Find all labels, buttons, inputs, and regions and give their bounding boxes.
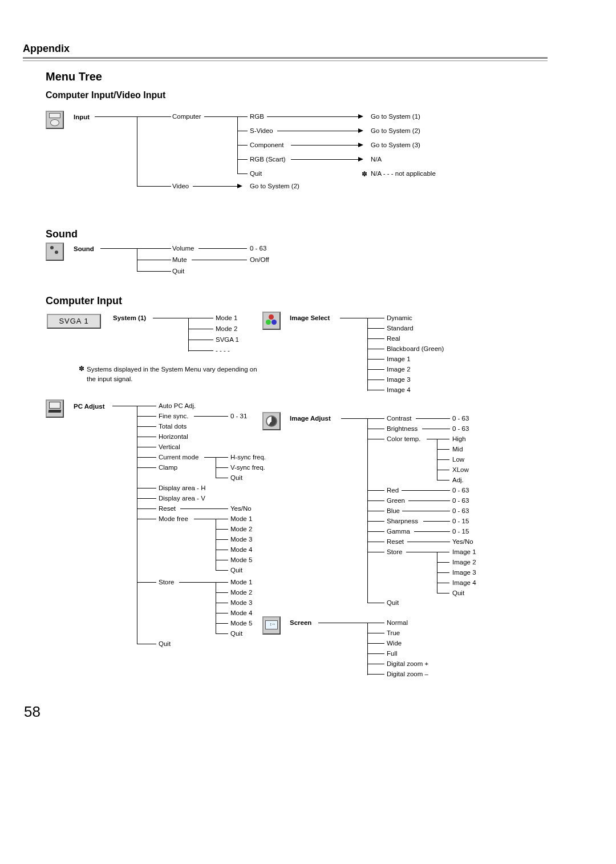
pcadj-item: Horizontal [159, 433, 188, 440]
modefree-sub: Mode 5 [230, 556, 252, 563]
system-dots: - - - - [216, 347, 230, 354]
na-note: N/A - - - not applicable [371, 170, 436, 177]
sound-mute-range: On/Off [250, 256, 269, 263]
modefree-sub: Mode 1 [230, 515, 252, 522]
pcadj-item: Display area - V [159, 495, 205, 502]
imgadj-item: Sharpness [387, 518, 418, 524]
imgsel-item: Standard [387, 325, 414, 332]
store-sub: Mode 3 [230, 599, 252, 606]
modefree-sub: Mode 3 [230, 536, 252, 543]
store-sub: Mode 2 [230, 589, 252, 596]
store-sub: Mode 4 [230, 609, 252, 616]
system-mode1: Mode 1 [216, 314, 237, 321]
section3-title: Computer Input [46, 295, 122, 307]
imgadj-item: Store [387, 548, 403, 555]
screen-item: Wide [387, 640, 402, 647]
modefree-sub: Quit [230, 567, 242, 574]
pcadj-item: Clamp [159, 464, 177, 471]
imgadj-item: Brightness [387, 425, 418, 432]
na: N/A [371, 156, 382, 163]
ct-item: Low [452, 456, 464, 463]
imgadj-item: Green [387, 497, 405, 504]
ct-item: Adj. [452, 477, 464, 483]
imgadj-range: 0 - 63 [452, 487, 469, 494]
imgadj-store-item: Image 2 [452, 559, 476, 566]
imgsel-item: Real [387, 335, 400, 342]
image-adjust-icon [262, 412, 281, 430]
pc-adjust-icon [46, 399, 64, 418]
imgsel-item: Blackboard (Green) [387, 345, 444, 352]
image-select-icon [262, 312, 281, 330]
imgadj-item: Blue [387, 507, 400, 514]
section-header: Appendix [23, 43, 70, 55]
modefree-sub: Mode 2 [230, 526, 252, 532]
imgsel-item: Image 3 [387, 376, 411, 383]
imgadj-range: 0 - 63 [452, 425, 469, 432]
pcadj-item: Auto PC Adj. [159, 402, 196, 409]
pcadj-item: Fine sync. [159, 413, 188, 419]
pcadj-item: Vertical [159, 443, 180, 450]
screen-icon: ↕↔ [262, 616, 281, 635]
pc-adjust-label: PC Adjust [74, 403, 105, 410]
input-rgbscart: RGB (Scart) [250, 156, 286, 163]
imgadj-item: Red [387, 487, 399, 494]
input-label: Input [74, 114, 90, 120]
imgadj-store-item: Quit [452, 590, 464, 596]
system-mode2: Mode 2 [216, 325, 237, 332]
imgadj-range: 0 - 15 [452, 518, 469, 524]
page-title: Menu Tree [46, 70, 102, 83]
input-icon [46, 111, 64, 129]
screen-item: Digital zoom + [387, 660, 428, 667]
screen-item: Normal [387, 619, 408, 626]
input-quit: Quit [250, 170, 262, 177]
sound-icon [46, 243, 64, 261]
pcadj-item: Store [159, 579, 175, 586]
pcadj-item: Total dots [159, 423, 187, 430]
store-sub: Mode 1 [230, 579, 252, 586]
system-svga1: SVGA 1 [216, 336, 239, 343]
imgadj-item: Reset [387, 538, 404, 545]
goto-system-1: Go to System (1) [371, 113, 420, 120]
currentmode-sub: V-sync freq. [230, 464, 265, 471]
screen-item: Digital zoom – [387, 671, 428, 677]
reset-range: Yes/No [230, 505, 252, 512]
sound-volume-range: 0 - 63 [250, 245, 266, 252]
imgadj-item: Contrast [387, 415, 411, 422]
sound-volume: Volume [172, 245, 194, 252]
imgadj-item: Color temp. [387, 435, 420, 442]
input-svideo: S-Video [250, 127, 273, 134]
modefree-sub: Mode 4 [230, 546, 252, 553]
imgadj-store-item: Image 3 [452, 569, 476, 576]
currentmode-sub: Quit [230, 474, 242, 481]
imgadj-range: 0 - 63 [452, 497, 469, 504]
ct-item: Mid [452, 446, 463, 453]
imgadj-item: Quit [387, 599, 399, 606]
goto-system-2: Go to System (2) [371, 127, 420, 134]
imgsel-item: Image 4 [387, 386, 411, 393]
system1-label: System (1) [113, 314, 146, 321]
pcadj-item: Reset [159, 505, 176, 512]
input-component: Component [250, 142, 283, 148]
imgadj-range: 0 - 63 [452, 507, 469, 514]
store-sub: Mode 5 [230, 620, 252, 627]
screen-item: True [387, 629, 400, 636]
sound-mute: Mute [172, 256, 187, 263]
imgadj-store-item: Image 4 [452, 579, 476, 586]
page-number: 58 [24, 703, 40, 721]
currentmode-sub: H-sync freq. [230, 454, 266, 461]
section2-title: Sound [46, 228, 78, 240]
imgsel-item: Image 2 [387, 366, 411, 373]
image-adjust-label: Image Adjust [290, 415, 331, 422]
sound-quit: Quit [172, 268, 184, 274]
section1-title: Computer Input/Video Input [46, 90, 165, 100]
imgsel-item: Dynamic [387, 314, 412, 321]
pcadj-quit: Quit [159, 640, 171, 647]
input-computer: Computer [172, 113, 201, 120]
imgadj-range: 0 - 15 [452, 528, 469, 535]
imgadj-range: Yes/No [452, 538, 473, 545]
store-sub: Quit [230, 630, 242, 637]
imgsel-item: Image 1 [387, 356, 411, 362]
image-select-label: Image Select [290, 314, 330, 321]
pcadj-item: Current mode [159, 454, 198, 461]
imgadj-item: Gamma [387, 528, 410, 535]
